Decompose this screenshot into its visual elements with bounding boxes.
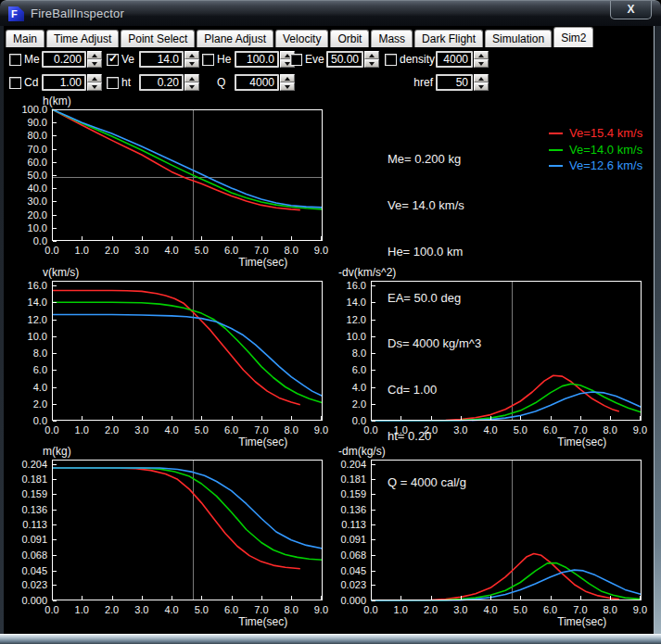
spin-down-button[interactable] (474, 82, 489, 91)
density-checkbox[interactable] (385, 54, 397, 66)
annotation-line: Cd= 1.00 (388, 383, 481, 398)
spin-down-button[interactable] (184, 59, 199, 68)
href-control: href (408, 74, 489, 91)
spin-down-button[interactable] (87, 59, 102, 68)
annotation-line: He= 100.0 km (388, 245, 481, 260)
down-arrow-icon (92, 85, 97, 89)
me-control: Me (9, 51, 102, 68)
density-label: density (400, 53, 433, 66)
window-border-right (654, 26, 661, 634)
ht-updown (184, 74, 199, 91)
ht-checkbox[interactable] (107, 77, 119, 89)
spin-down-button[interactable] (280, 82, 295, 91)
title-bar[interactable]: F FireBallInspector X (0, 0, 661, 26)
ht-spinbox[interactable] (139, 74, 184, 91)
up-arrow-icon (369, 54, 375, 57)
he-control: He (202, 51, 295, 68)
spin-up-button[interactable] (474, 51, 489, 59)
up-arrow-icon (189, 54, 195, 57)
down-arrow-icon (285, 85, 290, 89)
eve-spinbox[interactable] (326, 51, 363, 68)
tab-time-adjust[interactable]: Time Adjust (46, 30, 119, 47)
spin-up-button[interactable] (184, 74, 199, 82)
cd-spinbox[interactable] (42, 74, 86, 91)
down-arrow-icon (92, 62, 97, 66)
app-window: F FireBallInspector X Main Time Adjust P… (0, 0, 661, 644)
tab-dark-flight[interactable]: Dark Flight (414, 30, 483, 47)
tab-mass[interactable]: Mass (371, 30, 413, 47)
annotation-line: Ve= 14.0 km/s (388, 198, 481, 214)
tab-orbit[interactable]: Orbit (330, 30, 369, 47)
ve-updown (184, 51, 199, 68)
up-arrow-icon (92, 77, 97, 81)
down-arrow-icon (369, 62, 375, 66)
spin-up-button[interactable] (364, 51, 379, 59)
eve-checkbox[interactable] (290, 54, 302, 66)
ve-checkbox[interactable] (107, 54, 119, 66)
red-line-key-icon (549, 133, 563, 134)
spin-up-button[interactable] (280, 74, 295, 82)
window-border-bottom (0, 634, 661, 644)
tab-simulation[interactable]: Simulation (485, 30, 552, 47)
legend-item-green: Ve=14.0 km/s (549, 142, 642, 158)
cd-label: Cd (24, 76, 39, 89)
annotation-line: EA= 50.0 deg (388, 291, 481, 307)
up-arrow-icon (189, 77, 195, 81)
annotation-line: Me= 0.200 kg (388, 152, 481, 168)
up-arrow-icon (92, 54, 97, 57)
me-label: Me (24, 53, 39, 66)
q-label: Q (217, 76, 232, 89)
window-title: FireBallInspector (31, 6, 124, 20)
me-checkbox[interactable] (9, 54, 21, 66)
he-spinbox[interactable] (235, 51, 279, 68)
q-updown (280, 74, 295, 91)
href-updown (474, 74, 489, 91)
down-arrow-icon (478, 85, 484, 89)
density-spinbox[interactable] (436, 51, 473, 68)
density-updown (474, 51, 489, 68)
cd-checkbox[interactable] (9, 77, 21, 89)
ve-label: Ve (121, 53, 136, 66)
eve-control: Eve (290, 51, 379, 68)
spin-down-button[interactable] (87, 82, 102, 91)
tab-main[interactable]: Main (6, 30, 44, 47)
eve-updown (364, 51, 379, 68)
cd-control: Cd (9, 74, 102, 91)
tab-plane-adjust[interactable]: Plane Adjust (197, 30, 273, 47)
tab-point-select[interactable]: Point Select (121, 30, 195, 47)
q-spinbox[interactable] (235, 74, 279, 91)
density-control: density (385, 51, 489, 68)
down-arrow-icon (189, 62, 195, 66)
client-area (4, 26, 654, 634)
legend-label: Ve=14.0 km/s (569, 143, 642, 157)
annotation-line: Q = 4000 cal/g (388, 475, 481, 491)
ht-control: ht (107, 74, 199, 91)
up-arrow-icon (478, 77, 484, 81)
annotation-line: Ds= 4000 kg/m^3 (388, 336, 481, 352)
up-arrow-icon (285, 77, 290, 81)
legend-label: Ve=12.6 km/s (569, 158, 642, 172)
tab-velocity[interactable]: Velocity (275, 30, 328, 47)
me-spinbox[interactable] (42, 51, 86, 68)
href-spinbox[interactable] (436, 74, 473, 91)
spin-up-button[interactable] (184, 51, 199, 59)
down-arrow-icon (478, 62, 484, 66)
href-label: href (408, 76, 433, 89)
spin-up-button[interactable] (87, 51, 102, 59)
legend-item-red: Ve=15.4 km/s (549, 125, 642, 142)
app-icon[interactable]: F (8, 6, 24, 21)
spin-up-button[interactable] (87, 74, 102, 82)
eve-label: Eve (305, 53, 324, 66)
down-arrow-icon (189, 85, 195, 89)
he-checkbox[interactable] (202, 54, 214, 66)
blue-line-key-icon (549, 165, 563, 167)
ht-label: ht (121, 76, 136, 89)
spin-down-button[interactable] (474, 59, 489, 68)
close-button[interactable]: X (610, 1, 652, 19)
spin-down-button[interactable] (184, 82, 199, 91)
spin-down-button[interactable] (364, 59, 379, 68)
spin-up-button[interactable] (474, 74, 489, 82)
tab-sim2[interactable]: Sim2 (553, 27, 593, 47)
tab-strip: Main Time Adjust Point Select Plane Adju… (6, 27, 593, 47)
ve-spinbox[interactable] (139, 51, 184, 68)
